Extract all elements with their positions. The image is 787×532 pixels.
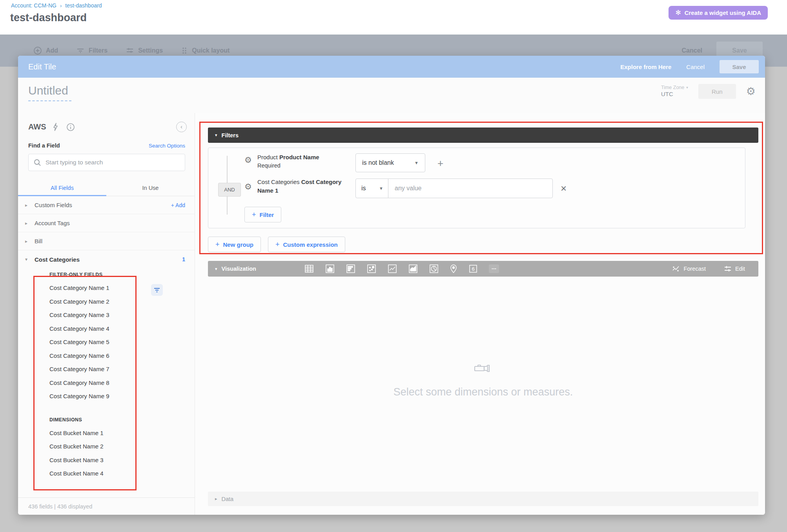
field-item-cost-category[interactable]: Cost Category Name 8	[49, 376, 195, 390]
field-item-cost-category[interactable]: Cost Category Name 2	[49, 295, 195, 309]
filter-row2-operator-dropdown[interactable]: is ▼	[355, 179, 388, 198]
custom-expression-button[interactable]: + Custom expression	[268, 237, 345, 252]
filter-row1-operator-dropdown[interactable]: is not blank ▼	[355, 153, 425, 172]
sidebar-item-cost-categories[interactable]: ▾ Cost Categories 1	[18, 250, 195, 268]
search-options-link[interactable]: Search Options	[149, 143, 185, 149]
column-chart-viz-icon[interactable]	[325, 264, 335, 274]
field-item-cost-bucket[interactable]: Cost Bucket Name 4	[49, 467, 195, 481]
operator-value: is	[361, 185, 366, 192]
filter-and-connector[interactable]: AND	[218, 183, 241, 197]
toolbar-filters-label: Filters	[89, 47, 107, 54]
field-item-cost-category[interactable]: Cost Category Name 1	[49, 281, 195, 295]
field-item-cost-category[interactable]: Cost Category Name 4	[49, 322, 195, 336]
add-filter-button[interactable]: + Filter	[244, 207, 281, 222]
table-viz-icon[interactable]	[304, 264, 314, 274]
chevron-down-icon: ▼	[379, 186, 383, 191]
caret-down-icon: ▾	[215, 133, 217, 138]
cost-categories-filter-count: 1	[182, 256, 185, 262]
dimensions-header: DIMENSIONS	[49, 414, 195, 426]
plus-icon: +	[275, 240, 280, 249]
empty-state-message: Select some dimensions or measures.	[208, 386, 758, 398]
pie-chart-viz-icon[interactable]	[429, 264, 439, 274]
filter-row1-add-value-icon[interactable]: +	[437, 157, 443, 169]
more-viz-types-icon[interactable]	[489, 264, 499, 273]
explore-from-here-button[interactable]: Explore from Here	[620, 64, 671, 70]
toolbar-quick-layout-button[interactable]: Quick layout	[181, 46, 230, 55]
field-item-cost-bucket[interactable]: Cost Bucket Name 2	[49, 440, 195, 454]
add-custom-field-button[interactable]: + Add	[171, 202, 185, 208]
sidebar-item-bill[interactable]: ▸ Bill	[18, 232, 195, 250]
line-chart-viz-icon[interactable]	[387, 264, 397, 274]
field-item-cost-category[interactable]: Cost Category Name 5	[49, 335, 195, 349]
lightning-bolt-icon[interactable]	[53, 123, 58, 131]
sidebar-item-account-tags[interactable]: ▸ Account Tags	[18, 214, 195, 232]
field-item-cost-category[interactable]: Cost Category Name 6	[49, 349, 195, 363]
breadcrumb-current-link[interactable]: test-dashboard	[65, 2, 102, 9]
forecast-button[interactable]: Forecast	[672, 265, 706, 272]
toolbar-settings-button[interactable]: Settings	[126, 46, 163, 55]
tile-name-input[interactable]: Untitled	[28, 84, 68, 97]
toolbar-cancel-button[interactable]: Cancel	[682, 47, 702, 54]
field-item-cost-category[interactable]: Cost Category Name 7	[49, 363, 195, 376]
filter-only-fields-header: FILTER-ONLY FIELDS	[49, 268, 195, 281]
toolbar-add-button[interactable]: Add	[33, 46, 58, 55]
modal-save-button[interactable]: Save	[720, 60, 759, 73]
filters-section-header[interactable]: ▾ Filters	[208, 128, 758, 143]
explore-name: AWS	[28, 122, 46, 131]
bar-chart-viz-icon[interactable]	[346, 264, 356, 274]
new-group-button[interactable]: + New group	[208, 237, 261, 252]
find-a-field-label: Find a Field	[28, 142, 60, 149]
info-icon[interactable]	[66, 123, 75, 131]
operator-value: is not blank	[362, 159, 394, 166]
edit-label: Edit	[735, 266, 745, 272]
timezone-value: UTC	[661, 91, 688, 98]
chevron-down-icon: ▼	[414, 160, 419, 165]
breadcrumb-account-link[interactable]: Account: CCM-NG	[11, 2, 56, 9]
toolbar-quick-layout-label: Quick layout	[192, 47, 230, 54]
filter-row2-value-input[interactable]	[388, 179, 553, 198]
collapse-sidebar-icon[interactable]: ‹	[176, 122, 187, 132]
chevron-down-icon: ▾	[686, 86, 688, 90]
new-group-label: New group	[223, 241, 254, 248]
field-item-cost-bucket[interactable]: Cost Bucket Name 1	[49, 426, 195, 440]
filter-only-fields-group: Cost Category Name 1Cost Category Name 2…	[49, 281, 195, 403]
plus-icon: +	[215, 240, 220, 249]
run-button[interactable]: Run	[698, 84, 736, 99]
section-label: Account Tags	[35, 220, 70, 226]
field-item-cost-category[interactable]: Cost Category Name 3	[49, 308, 195, 322]
field-name: Product Name	[279, 154, 319, 160]
create-widget-aida-button[interactable]: ✻ Create a widget using AIDA	[669, 6, 768, 20]
toolbar-filters-button[interactable]: Filters	[76, 46, 107, 55]
forecast-sparkle-icon	[672, 265, 680, 272]
flashlight-icon	[474, 363, 493, 373]
search-icon	[34, 159, 41, 166]
breadcrumb: Account: CCM-NG › test-dashboard	[11, 2, 102, 9]
area-chart-viz-icon[interactable]	[408, 264, 418, 274]
filter-row2-gear-icon[interactable]: ⚙	[244, 182, 252, 191]
field-item-cost-category[interactable]: Cost Category Name 9	[49, 390, 195, 403]
field-search-input[interactable]	[46, 159, 180, 166]
filter-row1-gear-icon[interactable]: ⚙	[244, 156, 252, 164]
edit-visualization-button[interactable]: Edit	[724, 265, 745, 272]
tab-in-use[interactable]: In Use	[106, 180, 195, 196]
data-section-header[interactable]: ▸ Data	[208, 492, 758, 506]
caret-right-icon: ▸	[215, 496, 217, 501]
single-value-viz-icon[interactable]: 6	[468, 264, 478, 274]
field-item-cost-bucket[interactable]: Cost Bucket Name 3	[49, 454, 195, 467]
scatter-viz-icon[interactable]	[366, 264, 377, 274]
timezone-selector[interactable]: Time Zone▾ UTC	[661, 85, 688, 98]
map-viz-icon[interactable]	[450, 264, 457, 274]
caret-down-icon: ▾	[215, 266, 217, 271]
visualization-section-header[interactable]: ▾ Visualization	[215, 266, 256, 272]
aida-button-label: Create a widget using AIDA	[685, 9, 761, 16]
modal-cancel-button[interactable]: Cancel	[686, 64, 705, 70]
edit-tile-modal: Edit Tile Explore from Here Cancel Save …	[18, 56, 765, 515]
sidebar-item-custom-fields[interactable]: ▸ Custom Fields + Add	[18, 196, 195, 214]
tab-all-fields[interactable]: All Fields	[18, 180, 106, 196]
add-filter-label: Filter	[260, 211, 274, 218]
filter-row2-remove-icon[interactable]: ×	[561, 182, 567, 195]
caret-right-icon: ▸	[25, 202, 30, 208]
tile-settings-gear-icon[interactable]: ⚙	[746, 86, 756, 97]
field-filter-toggle[interactable]	[151, 284, 163, 296]
field-search-box	[28, 154, 185, 171]
